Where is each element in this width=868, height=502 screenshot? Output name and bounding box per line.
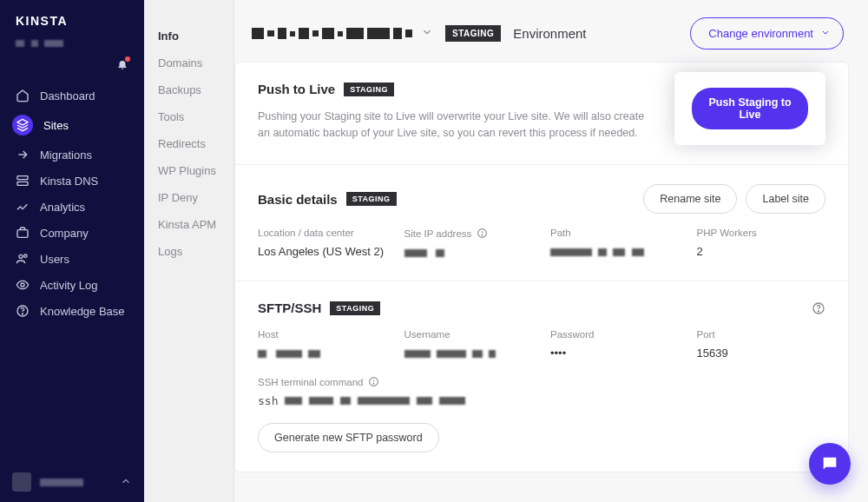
section-sftp: SFTP/SSH STAGING Host <box>235 281 848 472</box>
nav-label: Company <box>40 227 89 240</box>
nav-item-analytics[interactable]: Analytics <box>0 194 144 220</box>
nav-item-users[interactable]: Users <box>0 246 144 272</box>
brand-logo: KINSTA <box>0 10 144 36</box>
svg-rect-2 <box>17 230 28 238</box>
chevron-up-icon <box>120 475 132 490</box>
svg-rect-0 <box>17 176 28 180</box>
subnav-backups[interactable]: Backups <box>144 76 233 103</box>
nav-label: Activity Log <box>40 279 97 292</box>
nav-label: Users <box>40 253 69 266</box>
pass-label: Password <box>550 329 680 340</box>
chat-fab[interactable] <box>809 443 851 485</box>
change-env-label: Change environment <box>708 27 813 40</box>
sftp-title: SFTP/SSH <box>258 301 321 315</box>
nav-item-kb[interactable]: Knowledge Base <box>0 298 144 324</box>
ip-label: Site IP address <box>404 228 534 239</box>
svg-point-13 <box>818 310 819 311</box>
nav-item-sites[interactable]: Sites <box>0 109 144 142</box>
generate-sftp-password-button[interactable]: Generate new SFTP password <box>258 423 439 452</box>
push-title: Push to Live <box>258 82 335 96</box>
staging-badge: STAGING <box>346 192 397 206</box>
subnav-logs[interactable]: Logs <box>144 238 233 265</box>
notifications-icon[interactable] <box>116 58 128 70</box>
svg-point-4 <box>24 254 27 257</box>
help-icon[interactable] <box>477 228 488 239</box>
svg-point-7 <box>22 314 23 314</box>
ip-value <box>404 246 534 261</box>
org-name <box>0 36 144 58</box>
main-content: STAGING Environment Change environment P… <box>234 0 868 502</box>
subnav-domains[interactable]: Domains <box>144 50 233 76</box>
basic-title: Basic details <box>258 192 338 207</box>
nav-item-dns[interactable]: Kinsta DNS <box>0 168 144 194</box>
host-value <box>258 347 387 362</box>
arrow-right-icon <box>16 148 30 162</box>
user-label: Username <box>404 329 534 340</box>
port-value: 15639 <box>697 347 826 362</box>
user-name <box>40 476 111 489</box>
chevron-down-icon <box>820 27 831 40</box>
site-subnav: Info Domains Backups Tools Redirects WP … <box>144 0 234 502</box>
nav-label: Knowledge Base <box>40 305 125 318</box>
subnav-ipdeny[interactable]: IP Deny <box>144 184 233 211</box>
ssh-command: ssh <box>258 394 825 407</box>
chevron-down-icon <box>421 26 433 41</box>
section-basic-details: Basic details STAGING Rename site Label … <box>235 165 848 281</box>
subnav-wpplugins[interactable]: WP Plugins <box>144 157 233 184</box>
avatar <box>12 472 31 492</box>
svg-point-11 <box>482 234 483 235</box>
help-icon <box>16 304 30 318</box>
nav-label: Analytics <box>40 201 85 214</box>
subnav-apm[interactable]: Kinsta APM <box>144 211 233 238</box>
eye-icon <box>16 278 30 292</box>
svg-rect-1 <box>17 182 28 185</box>
change-environment-button[interactable]: Change environment <box>690 17 844 50</box>
subnav-redirects[interactable]: Redirects <box>144 130 233 157</box>
briefcase-icon <box>16 226 30 240</box>
push-desc: Pushing your Staging site to Live will o… <box>258 109 657 142</box>
svg-point-3 <box>19 254 23 258</box>
subnav-tools[interactable]: Tools <box>144 103 233 130</box>
staging-badge: STAGING <box>330 301 380 315</box>
location-value: Los Angeles (US West 2) <box>258 245 387 261</box>
location-label: Location / data center <box>258 228 387 238</box>
pass-value: •••• <box>550 347 680 362</box>
nav-item-migrations[interactable]: Migrations <box>0 142 144 168</box>
staging-badge: STAGING <box>344 83 394 96</box>
help-icon[interactable] <box>368 376 379 387</box>
env-label: Environment <box>513 26 586 41</box>
nav-label: Sites <box>43 119 69 132</box>
site-name <box>252 28 412 39</box>
push-staging-button[interactable]: Push Staging to Live <box>692 88 808 129</box>
workers-label: PHP Workers <box>697 228 826 238</box>
user-menu[interactable] <box>0 464 144 495</box>
nav-item-dashboard[interactable]: Dashboard <box>0 83 144 109</box>
dns-icon <box>16 174 30 188</box>
svg-point-5 <box>21 283 24 287</box>
subnav-info[interactable]: Info <box>144 23 233 50</box>
nav-item-activity[interactable]: Activity Log <box>0 272 144 298</box>
rename-site-button[interactable]: Rename site <box>643 184 737 214</box>
section-push-to-live: Push to Live STAGING Pushing your Stagin… <box>235 63 848 165</box>
ssh-cmd-label: SSH terminal command <box>258 376 825 387</box>
analytics-icon <box>16 200 30 214</box>
workers-value: 2 <box>697 245 826 261</box>
nav-label: Dashboard <box>40 89 95 102</box>
path-label: Path <box>550 228 680 238</box>
layers-icon <box>16 118 30 132</box>
users-icon <box>16 252 30 266</box>
nav-item-company[interactable]: Company <box>0 220 144 246</box>
nav-label: Migrations <box>40 149 92 162</box>
user-value <box>404 347 534 362</box>
help-icon[interactable] <box>812 301 825 315</box>
host-label: Host <box>258 329 387 340</box>
label-site-button[interactable]: Label site <box>746 184 825 214</box>
path-value <box>550 245 680 261</box>
site-selector[interactable] <box>252 26 433 41</box>
push-highlight: Push Staging to Live <box>674 72 825 145</box>
port-label: Port <box>697 329 826 340</box>
env-badge: STAGING <box>445 25 501 42</box>
nav-label: Kinsta DNS <box>40 175 98 188</box>
primary-nav: KINSTA Dashboard Sites Migrations <box>0 0 144 502</box>
home-icon <box>16 89 30 102</box>
